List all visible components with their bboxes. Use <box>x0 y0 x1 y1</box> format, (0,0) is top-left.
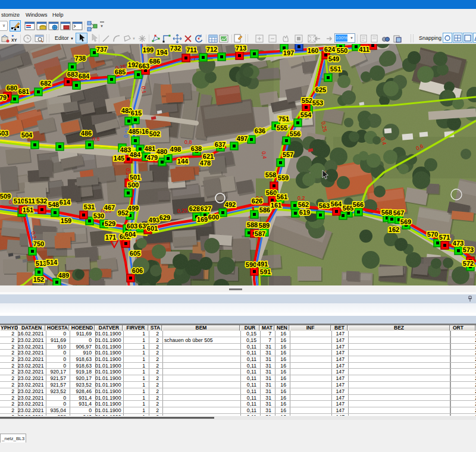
svg-text:587: 587 <box>255 230 265 237</box>
svg-text:484: 484 <box>130 151 141 158</box>
svg-text:171: 171 <box>105 234 116 241</box>
svg-text:491: 491 <box>257 260 268 268</box>
svg-text:560: 560 <box>266 189 277 196</box>
svg-text:564: 564 <box>331 200 342 208</box>
svg-text:571: 571 <box>439 234 450 241</box>
svg-text:144: 144 <box>177 158 189 165</box>
svg-text:160: 160 <box>308 47 318 54</box>
svg-text:152: 152 <box>33 276 44 283</box>
svg-text:161: 161 <box>271 202 281 209</box>
svg-text:590: 590 <box>246 261 256 268</box>
svg-text:569: 569 <box>400 218 411 225</box>
svg-text:0,25: 0,25 <box>177 208 188 214</box>
svg-text:603: 603 <box>127 222 137 230</box>
svg-text:530: 530 <box>93 212 104 219</box>
svg-text:145: 145 <box>114 155 124 162</box>
svg-text:529: 529 <box>105 220 115 227</box>
svg-text:681: 681 <box>18 88 29 95</box>
svg-text:600: 600 <box>208 214 219 221</box>
svg-text:732: 732 <box>170 45 181 52</box>
svg-text:479: 479 <box>147 154 158 161</box>
svg-text:737: 737 <box>96 46 107 53</box>
svg-text:473: 473 <box>453 240 464 247</box>
svg-text:0,8: 0,8 <box>184 139 192 145</box>
svg-text:637: 637 <box>215 141 226 148</box>
svg-text:162: 162 <box>389 226 399 233</box>
svg-text:501: 501 <box>130 174 140 181</box>
svg-text:499: 499 <box>128 205 139 212</box>
svg-text:686: 686 <box>149 58 160 65</box>
svg-text:625: 625 <box>315 86 326 93</box>
svg-text:511: 511 <box>24 197 35 205</box>
svg-text:192: 192 <box>128 61 139 68</box>
svg-text:684: 684 <box>79 73 90 80</box>
svg-text:614: 614 <box>60 199 71 206</box>
svg-text:486: 486 <box>81 130 92 137</box>
svg-text:480: 480 <box>156 148 167 155</box>
svg-text:570: 570 <box>427 231 438 238</box>
svg-text:562: 562 <box>298 201 309 208</box>
svg-text:502: 502 <box>149 130 160 137</box>
svg-text:682: 682 <box>40 80 51 87</box>
svg-text:589: 589 <box>259 222 270 229</box>
svg-text:0,1: 0,1 <box>140 86 147 93</box>
svg-text:504: 504 <box>21 131 33 139</box>
svg-text:680: 680 <box>7 84 17 92</box>
svg-text:751: 751 <box>278 115 289 123</box>
svg-text:750: 750 <box>33 240 44 247</box>
svg-text:485: 485 <box>129 128 139 135</box>
svg-text:549: 549 <box>328 55 339 62</box>
svg-text:606: 606 <box>132 267 143 274</box>
svg-text:605: 605 <box>130 250 140 257</box>
svg-text:554: 554 <box>300 111 312 118</box>
svg-text:626: 626 <box>252 197 262 205</box>
svg-text:169: 169 <box>197 216 208 223</box>
svg-text:513: 513 <box>36 260 46 267</box>
svg-text:663: 663 <box>139 62 149 70</box>
svg-text:500: 500 <box>128 181 139 189</box>
svg-text:588: 588 <box>247 221 258 228</box>
svg-text:738: 738 <box>75 55 86 62</box>
svg-text:629: 629 <box>159 214 170 221</box>
svg-text:628: 628 <box>189 205 200 212</box>
svg-text:619: 619 <box>299 209 310 216</box>
svg-text:498: 498 <box>170 146 181 153</box>
svg-text:561: 561 <box>277 193 287 200</box>
svg-text:567: 567 <box>393 209 404 216</box>
svg-text:952: 952 <box>118 209 129 216</box>
svg-text:685: 685 <box>115 68 126 76</box>
svg-text:712: 712 <box>206 46 217 53</box>
svg-text:573: 573 <box>463 246 474 253</box>
svg-text:503: 503 <box>0 130 8 137</box>
svg-text:531: 531 <box>84 203 95 211</box>
svg-text:492: 492 <box>225 201 236 208</box>
svg-text:514: 514 <box>46 259 58 266</box>
svg-text:151: 151 <box>23 206 33 214</box>
svg-text:194: 194 <box>156 49 168 56</box>
svg-text:532: 532 <box>36 197 47 205</box>
svg-text:558: 558 <box>265 171 276 178</box>
svg-text:159: 159 <box>61 217 71 224</box>
svg-text:197: 197 <box>283 49 294 56</box>
svg-text:586: 586 <box>259 206 270 214</box>
svg-text:713: 713 <box>236 45 246 52</box>
svg-text:510: 510 <box>14 197 24 205</box>
svg-text:411: 411 <box>359 46 369 53</box>
svg-text:481: 481 <box>145 145 155 152</box>
svg-text:557: 557 <box>283 151 293 158</box>
svg-text:615: 615 <box>131 109 142 117</box>
svg-text:591: 591 <box>260 268 271 275</box>
svg-text:497: 497 <box>237 135 248 142</box>
svg-text:199: 199 <box>143 46 154 54</box>
svg-text:601: 601 <box>147 225 158 232</box>
svg-text:0,4: 0,4 <box>261 151 268 159</box>
svg-text:550: 550 <box>337 47 347 54</box>
svg-text:556: 556 <box>290 130 300 137</box>
svg-text:555: 555 <box>277 124 287 131</box>
svg-text:0,2: 0,2 <box>298 195 305 201</box>
svg-text:572: 572 <box>463 260 474 267</box>
svg-text:551: 551 <box>330 65 341 73</box>
svg-text:566: 566 <box>353 201 364 208</box>
svg-text:552: 552 <box>302 97 312 104</box>
svg-text:548: 548 <box>48 201 59 208</box>
